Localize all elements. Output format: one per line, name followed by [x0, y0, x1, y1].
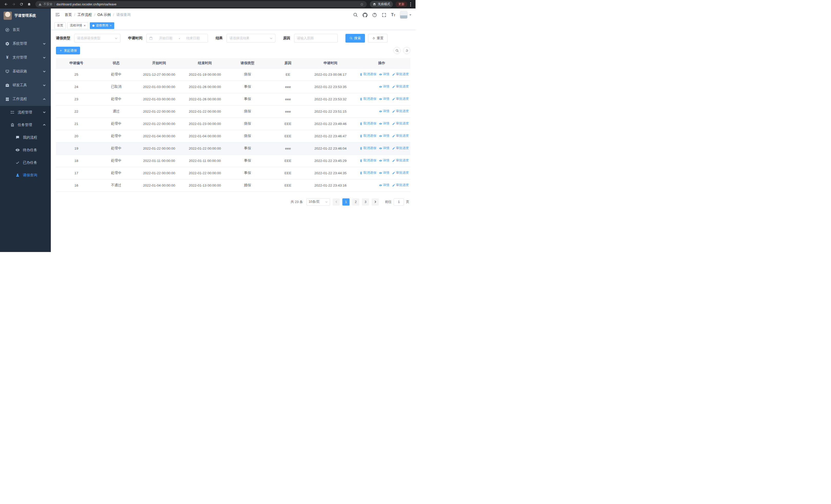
- progress-action-link[interactable]: 审批进度: [392, 158, 409, 163]
- next-page-button[interactable]: [372, 198, 379, 206]
- sidebar-item-my-process[interactable]: 我的流程: [0, 131, 51, 144]
- toggle-search-button[interactable]: [394, 47, 401, 54]
- cancel-action-link[interactable]: 取消请假: [360, 121, 376, 126]
- github-icon[interactable]: [363, 12, 368, 18]
- close-icon[interactable]: ×: [110, 24, 112, 27]
- progress-action-link[interactable]: 审批进度: [392, 97, 409, 101]
- tab-home[interactable]: 首页: [54, 22, 66, 29]
- cell-apply_time: 2022-01-22 23:53:35: [308, 81, 353, 93]
- sidebar-item-todo-tasks[interactable]: 待办任务: [0, 144, 51, 156]
- cell-status: 处理中: [97, 118, 136, 130]
- detail-action-link[interactable]: 详情: [379, 72, 389, 77]
- sidebar-item-home[interactable]: 首页: [0, 23, 51, 37]
- close-icon[interactable]: ×: [84, 24, 86, 27]
- sidebar-item-system[interactable]: 系统管理: [0, 37, 51, 51]
- sidebar-item-label: 任务管理: [18, 123, 32, 127]
- breadcrumb-separator: /: [113, 13, 114, 17]
- cancel-action-link[interactable]: 取消请假: [360, 171, 376, 175]
- font-size-icon[interactable]: TT: [391, 13, 395, 17]
- goto-page-input[interactable]: [394, 198, 404, 206]
- sidebar-item-leave-query[interactable]: 请假查询: [0, 169, 51, 181]
- cell-start: 2022-01-22 00:00:00: [136, 142, 182, 154]
- page-button-3[interactable]: 3: [362, 198, 369, 206]
- cancel-action-link[interactable]: 取消请假: [360, 158, 376, 163]
- page-size-select[interactable]: 10条/页: [307, 198, 330, 206]
- create-leave-button[interactable]: 发起请假: [56, 47, 80, 54]
- sidebar-item-label: 请假查询: [23, 173, 37, 178]
- url-text[interactable]: dashboard.yudao.iocoder.cn/bpm/oa/leave: [56, 3, 358, 6]
- forward-icon[interactable]: [10, 1, 17, 8]
- detail-action-link[interactable]: 详情: [379, 84, 389, 89]
- sidebar-item-devtools[interactable]: 研发工具: [0, 78, 51, 92]
- detail-action-link[interactable]: 详情: [379, 121, 389, 126]
- browser-update-button[interactable]: 更新: [396, 1, 407, 7]
- progress-action-link[interactable]: 审批进度: [392, 134, 409, 138]
- cell-type: 事假: [227, 142, 268, 154]
- breadcrumb-item[interactable]: OA 示例: [97, 12, 111, 17]
- progress-action-link[interactable]: 审批进度: [392, 72, 409, 77]
- progress-action-link[interactable]: 审批进度: [392, 146, 409, 150]
- detail-action-link[interactable]: 详情: [379, 183, 389, 187]
- progress-action-link[interactable]: 审批进度: [392, 109, 409, 113]
- progress-action-link[interactable]: 审批进度: [392, 171, 409, 175]
- avatar[interactable]: [400, 11, 407, 19]
- sidebar-item-task-management[interactable]: 任务管理: [0, 119, 51, 131]
- tab-label: 首页: [57, 23, 63, 28]
- sidebar-collapse-icon[interactable]: [55, 12, 61, 18]
- clipboard-icon: [10, 123, 15, 127]
- sidebar-item-done-tasks[interactable]: 已办任务: [0, 156, 51, 169]
- caret-down-icon: [409, 14, 411, 16]
- table-row: 16不通过2022-01-04 00:00:002022-01-13 00:00…: [56, 179, 410, 191]
- breadcrumb-item[interactable]: 工作流程: [78, 12, 92, 17]
- user-menu[interactable]: [400, 11, 411, 19]
- detail-action-link[interactable]: 详情: [379, 97, 389, 101]
- cell-actions: 取消请假详情审批进度: [353, 167, 410, 179]
- search-button[interactable]: 搜索: [345, 34, 365, 42]
- page-button-2[interactable]: 2: [352, 198, 359, 206]
- tab-process-detail[interactable]: 流程详情 ×: [67, 22, 88, 29]
- detail-action-link[interactable]: 详情: [379, 171, 389, 175]
- back-icon[interactable]: [3, 1, 9, 8]
- result-select[interactable]: 请选择流结果: [227, 34, 276, 42]
- cancel-action-link[interactable]: 取消请假: [360, 146, 376, 150]
- security-label[interactable]: 不安全: [44, 2, 53, 6]
- cancel-action-link[interactable]: 取消请假: [360, 72, 376, 77]
- reset-button[interactable]: 重置: [368, 34, 388, 42]
- breadcrumb-item[interactable]: 首页: [65, 12, 72, 17]
- progress-action-link[interactable]: 审批进度: [392, 121, 409, 126]
- reason-input[interactable]: 请输入原因: [294, 34, 338, 42]
- sidebar-item-process-management[interactable]: 流程管理: [0, 106, 51, 119]
- address-bar[interactable]: 不安全 dashboard.yudao.iocoder.cn/bpm/oa/le…: [35, 1, 367, 7]
- sidebar-item-infrastructure[interactable]: 基础设施: [0, 64, 51, 78]
- cell-status: 处理中: [97, 93, 136, 105]
- filter-apply-time: 申请时间 开始日期 - 结束日期: [128, 34, 208, 42]
- detail-action-link[interactable]: 详情: [379, 146, 389, 150]
- browser-menu-icon[interactable]: [408, 2, 413, 7]
- page-button-1[interactable]: 1: [342, 198, 349, 206]
- fullscreen-icon[interactable]: [382, 12, 386, 18]
- bookmark-star-icon[interactable]: [360, 3, 364, 6]
- home-icon[interactable]: [26, 1, 32, 8]
- cancel-action-link[interactable]: 取消请假: [360, 134, 376, 138]
- date-range-input[interactable]: 开始日期 - 结束日期: [146, 34, 208, 42]
- table-toolbar: 发起请假: [56, 47, 410, 54]
- reload-icon[interactable]: [18, 1, 25, 8]
- sidebar-item-payment[interactable]: ¥ 支付管理: [0, 51, 51, 64]
- tab-leave-query[interactable]: 请假查询 ×: [90, 22, 114, 29]
- sidebar-item-workflow[interactable]: 工作流程: [0, 92, 51, 106]
- cell-actions: 详情审批进度: [353, 179, 410, 191]
- progress-action-link[interactable]: 审批进度: [392, 183, 409, 187]
- search-icon[interactable]: [353, 12, 358, 18]
- refresh-table-button[interactable]: [403, 47, 410, 54]
- detail-action-link[interactable]: 详情: [379, 134, 389, 138]
- help-icon[interactable]: [372, 12, 377, 18]
- cell-reason: eee: [268, 142, 308, 154]
- cell-id: 18: [56, 154, 97, 167]
- leave-type-select[interactable]: 请选择请假类型: [74, 34, 120, 42]
- detail-action-link[interactable]: 详情: [379, 109, 389, 113]
- cell-actions: 详情审批进度: [353, 81, 410, 93]
- prev-page-button[interactable]: [333, 198, 340, 206]
- detail-action-link[interactable]: 详情: [379, 158, 389, 163]
- progress-action-link[interactable]: 审批进度: [392, 84, 409, 89]
- cancel-action-link[interactable]: 取消请假: [360, 97, 376, 101]
